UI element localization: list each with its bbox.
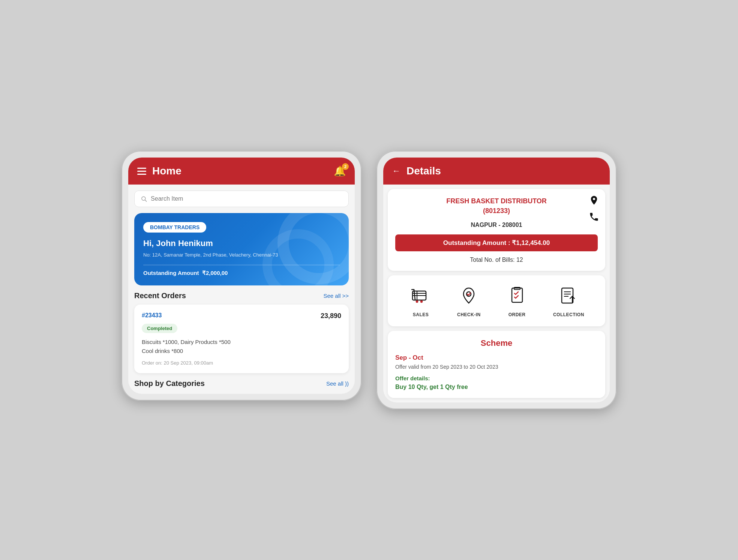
shop-categories-see-all[interactable]: See all )) [326,380,349,387]
notification-badge: 2 [342,163,349,170]
details-title: Details [406,165,441,177]
cart-icon [409,284,433,308]
scheme-offer-detail: Buy 10 Qty, get 1 Qty free [395,384,598,390]
notification-bell[interactable]: 🔔 2 [334,165,346,177]
order-card: #23433 23,890 Completed Biscuits *1000, … [134,305,349,373]
shop-categories-header: Shop by Categories See all )) [134,379,349,388]
recent-orders-title: Recent Orders [134,291,186,300]
distributor-city: NAGPUR - 208001 [395,222,598,228]
call-button[interactable] [589,212,599,222]
collection-action[interactable]: COLLECTION [553,284,584,317]
order-date: Order on: 20 Sep 2023, 09:00am [142,360,341,366]
order-label: ORDER [508,312,526,317]
search-icon [141,195,147,202]
order-items: Biscuits *1000, Dairy Products *500Cool … [142,338,341,356]
checkin-label: CHECK-IN [457,312,481,317]
order-status-badge: Completed [142,324,177,333]
back-button[interactable]: ← [392,166,400,176]
scheme-title: Scheme [395,338,598,348]
svg-point-7 [416,300,418,303]
bills-count: Total No. of Bills: 12 [395,257,598,263]
sales-label: SALES [413,312,429,317]
outstanding-bar: Outstanding Amount : ₹1,12,454.00 [395,234,598,251]
order-icon [505,284,529,308]
checkin-action[interactable]: CHECK-IN [457,284,481,317]
shop-categories-title: Shop by Categories [134,379,205,388]
home-header: Home 🔔 2 [128,158,355,185]
hero-card: BOMBAY TRADERS Hi, John Henikum No: 12A,… [134,213,349,285]
menu-icon[interactable] [137,168,146,175]
hero-address: No: 12A, Samanar Temple, 2nd Phase, Vela… [143,251,340,259]
svg-line-1 [145,200,147,202]
scheme-card: Scheme Sep - Oct Offer valid from 20 Sep… [388,331,605,398]
scheme-period: Sep - Oct [395,354,598,362]
scheme-validity: Offer valid from 20 Sep 2023 to 20 Oct 2… [395,364,598,370]
collection-icon [556,284,580,308]
details-header: ← Details [383,158,610,185]
search-input[interactable] [151,195,342,202]
order-action[interactable]: ORDER [505,284,529,317]
action-grid: SALES CHECK-IN [388,275,605,326]
distributor-name: FRESH BASKET DISTRIBUTOR(801233) [395,197,598,215]
sales-action[interactable]: SALES [409,284,433,317]
collection-label: COLLECTION [553,312,584,317]
hero-outstanding: Outstanding Amount ₹2,000,00 [143,270,340,276]
order-amount: 23,890 [321,312,341,320]
location-icon [589,195,599,206]
checkin-icon [457,284,481,308]
hero-greeting: Hi, John Henikum [143,239,340,248]
home-title: Home [152,165,182,177]
phone-icon [589,212,599,222]
search-bar[interactable] [134,191,349,207]
svg-rect-12 [512,288,522,302]
company-badge: BOMBAY TRADERS [143,222,206,233]
svg-point-8 [420,300,423,303]
svg-point-2 [593,198,595,200]
order-id: #23433 [142,312,162,319]
distributor-card: FRESH BASKET DISTRIBUTOR(801233) NAGPUR … [388,189,605,270]
scheme-offer-label: Offer details: [395,375,598,381]
location-button[interactable] [589,195,599,206]
recent-orders-header: Recent Orders See all >> [134,291,349,300]
svg-rect-14 [562,288,573,303]
recent-orders-see-all[interactable]: See all >> [323,293,349,299]
